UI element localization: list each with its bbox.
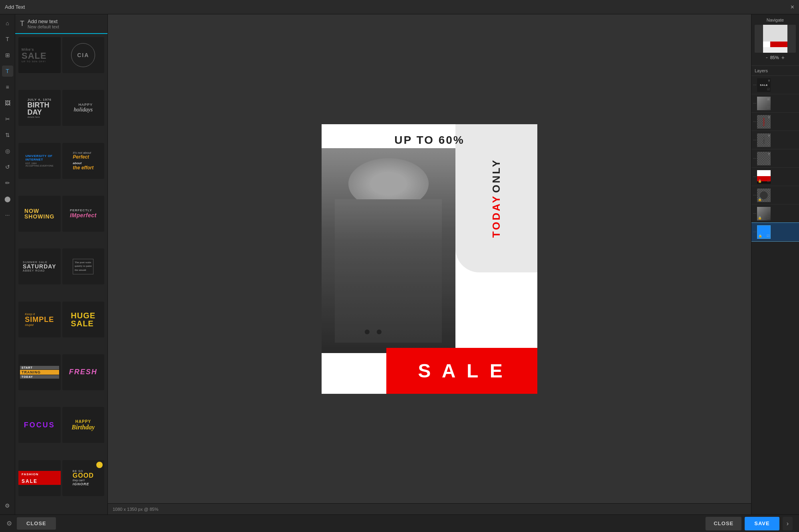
layer-item-sale[interactable]: ··· T SALE ☑ [751, 76, 799, 94]
tool-transform[interactable]: ⇅ [2, 129, 13, 141]
layer-item-today[interactable]: ··· T TODAY ☑ [751, 113, 799, 131]
layer-options-icon[interactable]: ··· [753, 230, 756, 234]
tool-crop[interactable]: ✂ [2, 113, 13, 125]
zoom-out-button[interactable]: - [766, 54, 768, 61]
layer-item-photo2[interactable]: ··· 🔒 ☑ [751, 204, 799, 223]
template-birthday[interactable]: JULY 4, 1976 BIRTHDAY details here [18, 90, 61, 126]
layer-item-photo[interactable]: ··· ☑ ⊞ [751, 94, 799, 113]
tool-more[interactable]: ··· [2, 209, 13, 220]
template-university[interactable]: UNIVERSITY OFINTERNET EST. 1994ACCEPTING… [18, 143, 61, 179]
layer-item-circle[interactable]: ··· 🔒 ☑ [751, 186, 799, 204]
canvas-today-text: TODAY [491, 195, 501, 238]
right-panel: Navigate - 85% + Layers ··· T [751, 14, 799, 514]
vertical-text-container: ONLY TODAY [491, 124, 501, 272]
template-perfectly[interactable]: PERFECTLY IMperfect [62, 196, 105, 232]
navigate-thumbnail [755, 25, 796, 53]
template-fresh[interactable]: FRESH [62, 354, 105, 390]
layer-thumb-red-bar: 🔒 ☑ [757, 170, 771, 184]
canvas-area: UP TO 60% ONLY TODAY [108, 14, 751, 514]
canvas-dot-1 [365, 330, 370, 334]
template-be-good[interactable]: BE SO GOOD they can'tIGNORE ! [62, 460, 105, 496]
layer-item-shape[interactable]: ··· T ☑ [751, 149, 799, 168]
layer-options-icon[interactable]: ··· [753, 211, 756, 216]
tool-sliders[interactable]: ≡ [2, 81, 13, 93]
template-sale[interactable]: Mike's SALE UP TO 50% OFF! [18, 37, 61, 73]
layer-thumb-only: T ONLY ☑ [757, 133, 771, 147]
layer-thumb-background: 🔒 ☑ [757, 225, 771, 239]
template-fashion-sale[interactable]: FASHION SALE [18, 460, 61, 496]
panel-title: Add Text [5, 4, 25, 10]
template-huge-sale[interactable]: HUGESALE [62, 302, 105, 337]
tool-home[interactable]: ⌂ [2, 18, 13, 29]
tool-circle[interactable]: ◎ [2, 145, 13, 157]
templates-grid: Mike's SALE UP TO 50% OFF! CIA JULY 4, 1… [15, 34, 107, 514]
template-poet[interactable]: The poet waitsquietly to paintthe unsaid [62, 248, 105, 284]
canvas-right-panel: ONLY TODAY [455, 124, 537, 272]
bottom-next-button[interactable]: › [783, 517, 793, 530]
canvas-container[interactable]: UP TO 60% ONLY TODAY [108, 14, 751, 503]
zoom-value: 85% [770, 55, 779, 60]
canvas-status-text: 1080 x 1350 px @ 85% [113, 507, 159, 512]
bottom-bar: ⚙ CLOSE CLOSE SAVE › [0, 514, 799, 532]
main-layout: ⌂ T ⊞ T ≡ 🖼 ✂ ⇅ ◎ ↺ ✏ ⬤ ··· ⚙ T Add new … [0, 14, 799, 514]
top-bar: Add Text × [0, 0, 799, 14]
canvas-status-bar: 1080 x 1350 px @ 85% [108, 503, 751, 514]
top-close-button[interactable]: × [791, 4, 794, 11]
layer-options-icon[interactable]: ··· [753, 138, 756, 142]
layer-thumb-shape: T ☑ [757, 152, 771, 165]
layer-item-background[interactable]: ··· 🔒 ☑ [751, 223, 799, 241]
template-cia[interactable]: CIA [62, 37, 105, 73]
template-saturday[interactable]: SUMMER SALE SATURDAY ABBEY ROAD [18, 248, 61, 284]
template-happy-birthday[interactable]: HAPPY Birthday [62, 407, 105, 443]
template-holidays[interactable]: HAPPY holidays [62, 90, 105, 126]
layer-options-icon[interactable]: ··· [753, 119, 756, 124]
tool-undo[interactable]: ↺ [2, 161, 13, 173]
navigate-section: Navigate - 85% + [751, 14, 799, 66]
template-focus[interactable]: FOCUS [18, 407, 61, 443]
layer-thumb-photo2: 🔒 ☑ [757, 207, 771, 220]
canvas-dot-2 [377, 330, 382, 334]
tool-fill[interactable]: ⬤ [2, 193, 13, 204]
template-start-training[interactable]: START TRANING TODAY [18, 354, 61, 390]
canvas-sale-text: S A L E [418, 360, 506, 382]
layer-thumb-sale: T SALE ☑ [757, 78, 771, 92]
layers-list: ··· T SALE ☑ ··· ☑ ⊞ ··· [751, 76, 799, 514]
layers-label: Layers [751, 66, 799, 76]
layer-options-icon[interactable]: ··· [753, 101, 756, 105]
tool-image[interactable]: 🖼 [2, 97, 13, 109]
canvas-dots [365, 330, 382, 334]
layer-options-icon[interactable]: ··· [753, 175, 756, 179]
layer-options-icon[interactable]: ··· [753, 156, 756, 161]
tool-settings[interactable]: ⚙ [2, 500, 13, 511]
layer-type-text-icon: T [768, 116, 770, 119]
tool-grid[interactable]: ⊞ [2, 50, 13, 61]
bottom-close-button[interactable]: CLOSE [17, 517, 56, 530]
settings-icon[interactable]: ⚙ [6, 520, 12, 527]
zoom-in-button[interactable]: + [781, 54, 785, 61]
tool-text[interactable]: T [2, 34, 13, 45]
template-perfect[interactable]: It's not about Perfectaboutthe effort [62, 143, 105, 179]
canvas-sale-bar: S A L E [386, 348, 537, 394]
add-text-button[interactable]: T Add new text New default text [15, 14, 107, 34]
template-keep-simple[interactable]: Keep it SIMPLE stupid [18, 302, 61, 337]
layer-thumb-today: T TODAY ☑ [757, 115, 771, 129]
add-text-icon: T [20, 20, 24, 28]
layer-options-icon[interactable]: ··· [753, 83, 756, 87]
left-panel: T Add new text New default text Mike's S… [15, 14, 108, 514]
tool-brush[interactable]: ✏ [2, 177, 13, 189]
layer-item-red-bar[interactable]: ··· 🔒 ☑ [751, 168, 799, 186]
tools-bar: ⌂ T ⊞ T ≡ 🖼 ✂ ⇅ ◎ ↺ ✏ ⬤ ··· ⚙ [0, 14, 15, 514]
tool-text2[interactable]: T [2, 66, 13, 77]
add-text-label: Add new text [28, 18, 59, 24]
design-canvas: UP TO 60% ONLY TODAY [322, 124, 537, 394]
template-now-showing[interactable]: NOWSHOWING [18, 196, 61, 232]
canvas-top-text: UP TO 60% [394, 134, 464, 147]
bottom-save-button[interactable]: SAVE [745, 517, 779, 530]
layer-thumb-photo: ☑ ⊞ [757, 97, 771, 110]
layer-item-only[interactable]: ··· T ONLY ☑ [751, 131, 799, 149]
layer-options-icon[interactable]: ··· [753, 193, 756, 197]
zoom-controls: - 85% + [755, 53, 796, 62]
layer-type-text-icon: T [768, 79, 770, 83]
bottom-close2-button[interactable]: CLOSE [706, 517, 741, 530]
layer-type-text-icon: T [768, 153, 770, 156]
